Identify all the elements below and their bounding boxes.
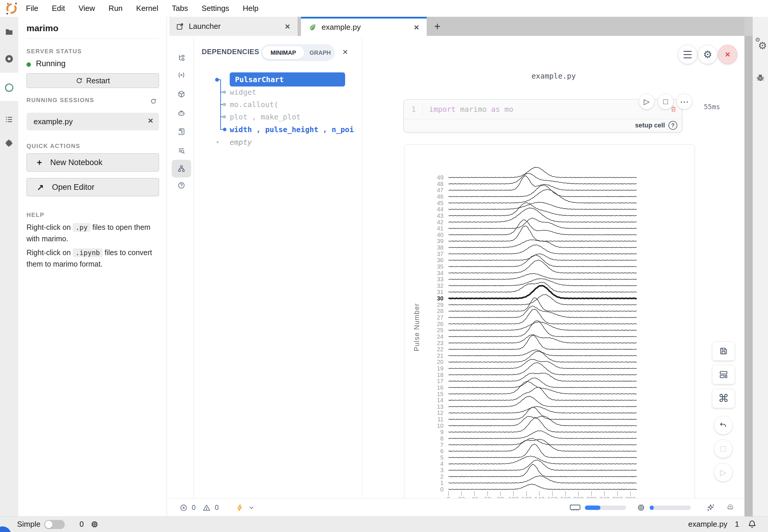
svg-text:3: 3 [440,467,443,473]
table-of-contents-icon[interactable] [5,115,14,124]
layout-icon [719,370,729,380]
svg-text:Pulse Number: Pulse Number [413,303,420,351]
svg-text:220: 220 [586,496,597,498]
menu-file[interactable]: File [26,4,38,13]
warnings-icon[interactable] [203,504,211,512]
tree-node-width[interactable]: width , pulse_height , n_poi [230,123,354,136]
variables-icon[interactable] [177,71,185,79]
document-title: example.py [509,72,598,80]
running-sessions-icon[interactable] [4,54,14,64]
stop-cell-button[interactable]: □ [658,94,674,109]
menu-view[interactable]: View [79,4,95,13]
menu-help[interactable]: Help [243,4,258,13]
chat-robot-icon[interactable] [726,503,735,512]
packages-cube-icon[interactable] [177,90,185,98]
svg-text:43: 43 [437,212,443,219]
code-line[interactable]: import marimo as mo [429,105,513,114]
dependencies-title: DEPENDENCIES [202,48,259,56]
svg-text:13: 13 [437,403,443,410]
launcher-icon [176,22,184,31]
close-tab-icon[interactable]: × [414,23,419,32]
session-item[interactable]: example.py × [26,113,159,130]
lightning-icon[interactable] [236,504,244,512]
run-cell-button[interactable]: ▷ [639,94,655,109]
menu-tabs[interactable]: Tabs [172,4,188,13]
right-sidebar: ⚙ ⚙ [753,17,768,516]
marimo-sidebar-panel: marimo SERVER STATUS Running Restart RUN… [18,17,167,516]
marimo-panel-icon[interactable] [4,82,14,93]
dependencies-graph-icon[interactable] [177,164,185,173]
file-browser-icon[interactable] [5,27,14,36]
simple-mode-toggle[interactable] [44,520,65,529]
logs-scroll-icon[interactable] [177,128,185,136]
restart-button[interactable]: Restart [26,73,159,88]
svg-text:7: 7 [440,442,443,448]
status-dot-icon [26,62,31,67]
tree-node-widget[interactable]: widget [230,86,256,98]
menu-kernel[interactable]: Kernel [136,4,158,13]
simple-mode-label: Simple [17,520,40,529]
close-tab-icon[interactable]: × [285,22,290,31]
command-icon: ⌘ [718,392,729,405]
tree-node-plot[interactable]: plot , make_plot [230,111,301,123]
open-editor-button[interactable]: ↗ Open Editor [26,178,159,196]
menu-settings[interactable]: Settings [202,4,229,13]
file-tree-icon[interactable] [177,54,185,62]
svg-text:10: 10 [437,423,443,429]
svg-text:2: 2 [440,473,443,480]
notebook-settings-button[interactable]: ⚙ [698,45,717,64]
close-session-icon[interactable]: × [148,116,153,126]
svg-text:100: 100 [508,496,518,498]
pulsar-chart: Pulse Number0123456789101112131415161718… [404,144,695,498]
tree-node-callout[interactable]: mo.callout( [230,98,279,111]
help-paragraph-ipynb: Right-click on .ipynb files to convert t… [26,247,159,270]
setup-help-icon[interactable]: ? [669,121,677,130]
save-button[interactable] [712,341,735,361]
tree-node-pulsarchart[interactable]: PulsarChart [230,72,345,87]
activity-bar [0,17,19,516]
menu-edit[interactable]: Edit [52,4,65,13]
undo-button[interactable] [714,416,733,435]
close-panel-icon[interactable]: × [343,46,348,57]
tab-launcher[interactable]: Launcher × [169,17,298,36]
svg-text:8: 8 [440,435,443,442]
chevron-down-icon[interactable] [248,504,255,511]
svg-text:35: 35 [437,263,443,270]
refresh-icon [76,77,83,84]
scratchpad-search-icon[interactable] [177,147,185,155]
statusbar-filename[interactable]: example.py [688,520,727,529]
ai-robot-icon[interactable] [177,109,185,117]
svg-text:41: 41 [437,225,443,232]
refresh-sessions-icon[interactable] [150,98,157,104]
keyboard-shortcuts-button[interactable]: ⌘ [712,389,735,408]
bell-icon[interactable] [747,519,757,530]
layout-button[interactable] [712,365,735,384]
debugger-bug-icon[interactable] [755,73,765,83]
extensions-puzzle-icon[interactable] [5,139,14,148]
cpu-progress-fill [650,506,654,510]
cell-more-button[interactable]: ⋯ [676,94,692,109]
notebook-menu-button[interactable] [678,45,697,64]
run-all-button[interactable]: ▷ [714,463,733,482]
svg-text:37: 37 [437,251,443,257]
toggle-minimap[interactable]: MINIMAP [262,46,304,59]
svg-text:33: 33 [437,276,443,282]
help-bubble-icon[interactable] [177,182,185,189]
chip-icon[interactable] [90,520,99,529]
new-tab-button[interactable]: + [428,17,446,36]
svg-text:26: 26 [437,321,443,327]
shutdown-button[interactable]: × [718,45,737,64]
scrollbar-gutter[interactable] [744,17,753,516]
tab-example-py[interactable]: example.py × [301,17,427,36]
interrupt-button[interactable]: □ [714,439,733,458]
menu-run[interactable]: Run [109,4,123,13]
cell-runtime: 55ms [704,103,720,111]
tree-node-empty[interactable]: empty [230,136,252,148]
errors-icon[interactable] [179,504,187,512]
new-notebook-button[interactable]: + New Notebook [26,153,159,172]
ai-sparkle-icon[interactable] [706,503,715,512]
toggle-graph[interactable]: GRAPH [310,49,331,56]
undo-icon [719,421,728,430]
toggle-knob [45,521,52,528]
server-status-value: Running [36,59,66,68]
